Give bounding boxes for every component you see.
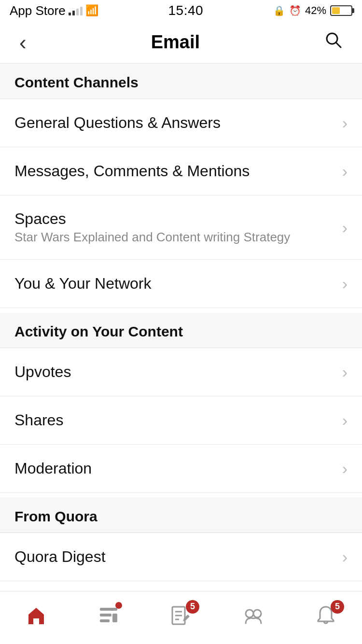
section-header-from-quora: From Quora xyxy=(0,498,362,533)
notifications-icon: 5 xyxy=(314,604,337,632)
list-item-upvotes[interactable]: Upvotes › xyxy=(0,348,362,396)
chevron-right-icon: › xyxy=(342,274,348,293)
svg-point-11 xyxy=(253,610,261,617)
notifications-badge: 5 xyxy=(331,600,344,614)
status-right: 🔒 ⏰ 42% xyxy=(273,4,352,17)
list-item-messages-comments[interactable]: Messages, Comments & Mentions › xyxy=(0,147,362,196)
item-title-messages-comments: Messages, Comments & Mentions xyxy=(14,162,337,180)
item-title-upvotes: Upvotes xyxy=(14,363,337,381)
write-badge: 5 xyxy=(186,600,199,614)
item-title-quora-digest: Quora Digest xyxy=(14,548,337,566)
section-header-content-channels: Content Channels xyxy=(0,64,362,99)
chevron-right-icon: › xyxy=(342,162,348,181)
tab-spaces[interactable] xyxy=(217,591,290,644)
svg-line-1 xyxy=(336,42,341,47)
wifi-icon: 📶 xyxy=(85,4,98,17)
spaces-icon xyxy=(242,604,265,632)
svg-rect-4 xyxy=(100,619,110,622)
battery-icon xyxy=(330,5,352,16)
status-left: App Store 📶 xyxy=(10,3,98,18)
chevron-right-icon: › xyxy=(342,459,348,478)
list-item-spaces[interactable]: Spaces Star Wars Explained and Content w… xyxy=(0,196,362,260)
page-title: Email xyxy=(151,32,200,53)
alarm-icon: ⏰ xyxy=(289,5,301,16)
feed-icon xyxy=(97,604,120,632)
svg-rect-2 xyxy=(100,608,117,611)
list-item-you-network[interactable]: You & Your Network › xyxy=(0,260,362,308)
chevron-right-icon: › xyxy=(342,218,348,237)
carrier-text: App Store xyxy=(10,3,66,18)
location-icon: 🔒 xyxy=(273,5,285,16)
chevron-right-icon: › xyxy=(342,363,348,381)
section-title-activity: Activity on Your Content xyxy=(14,323,183,339)
item-title-general-qa: General Questions & Answers xyxy=(14,114,337,132)
tab-bar: 5 5 xyxy=(0,591,362,644)
section-title-content-channels: Content Channels xyxy=(14,74,139,90)
list-item-general-qa[interactable]: General Questions & Answers › xyxy=(0,99,362,147)
status-bar: App Store 📶 15:40 🔒 ⏰ 42% xyxy=(0,0,362,21)
item-title-shares: Shares xyxy=(14,411,337,429)
svg-rect-3 xyxy=(100,614,111,616)
signal-icon xyxy=(69,6,83,15)
battery-percent: 42% xyxy=(305,4,326,17)
item-subtitle-spaces: Star Wars Explained and Content writing … xyxy=(14,230,337,245)
tab-write[interactable]: 5 xyxy=(145,591,217,644)
item-title-spaces: Spaces xyxy=(14,210,337,228)
tab-notifications[interactable]: 5 xyxy=(290,591,362,644)
section-title-from-quora: From Quora xyxy=(14,508,97,524)
content-area: Content Channels General Questions & Ans… xyxy=(0,64,362,634)
list-item-quora-digest[interactable]: Quora Digest › xyxy=(0,533,362,581)
tab-feed[interactable] xyxy=(72,591,145,644)
chevron-right-icon: › xyxy=(342,411,348,430)
nav-bar: ‹ Email xyxy=(0,21,362,64)
time-display: 15:40 xyxy=(168,3,204,18)
list-item-moderation[interactable]: Moderation › xyxy=(0,445,362,493)
item-title-you-network: You & Your Network xyxy=(14,275,337,293)
tab-home[interactable] xyxy=(0,591,72,644)
search-icon xyxy=(324,31,343,49)
chevron-right-icon: › xyxy=(342,547,348,566)
chevron-right-icon: › xyxy=(342,113,348,132)
home-icon xyxy=(25,604,48,632)
feed-badge-dot xyxy=(115,602,122,609)
search-button[interactable] xyxy=(320,26,348,58)
list-item-shares[interactable]: Shares › xyxy=(0,396,362,445)
write-icon: 5 xyxy=(169,604,193,632)
back-button[interactable]: ‹ xyxy=(14,27,31,58)
section-header-activity: Activity on Your Content xyxy=(0,313,362,348)
svg-point-10 xyxy=(246,610,253,617)
item-title-moderation: Moderation xyxy=(14,460,337,477)
svg-rect-5 xyxy=(112,614,117,622)
